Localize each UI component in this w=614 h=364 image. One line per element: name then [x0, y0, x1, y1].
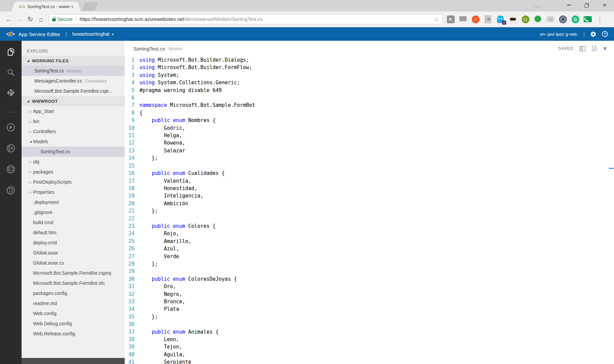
profile-name[interactable]: Javi: [534, 3, 542, 8]
back-button[interactable]: ←: [3, 14, 14, 25]
code-line[interactable]: 1using Microsoft.Bot.Builder.Dialogs;: [125, 56, 614, 64]
working-file-item[interactable]: SortingTest.csModels: [22, 66, 125, 76]
tree-folder-item[interactable]: ▷obj: [22, 157, 125, 167]
run-play-icon[interactable]: [6, 122, 16, 132]
restore-button[interactable]: [580, 0, 595, 10]
restart-icon[interactable]: [6, 185, 16, 195]
tree-file-item[interactable]: SortingTest.cs: [22, 147, 125, 157]
tree-file-item[interactable]: Web.config: [22, 308, 125, 318]
ext-chat-bubble-icon[interactable]: [459, 15, 467, 24]
reload-button[interactable]: ↻: [25, 14, 36, 25]
code-line[interactable]: 5#pragma warning disable 649: [125, 87, 614, 94]
ext-mask-icon[interactable]: [509, 15, 517, 24]
code-line[interactable]: 9 public enum Nombres {: [125, 117, 614, 124]
preview-search-icon[interactable]: [591, 46, 597, 52]
tree-file-item[interactable]: Global.asax.cs: [22, 258, 125, 268]
split-editor-icon[interactable]: [580, 46, 585, 51]
tree-folder-item[interactable]: ▷PostDeployScripts: [22, 177, 125, 187]
settings-gear-icon[interactable]: [590, 31, 596, 37]
code-line[interactable]: 15: [125, 162, 614, 170]
code-line[interactable]: 33 Bronce,: [125, 298, 614, 305]
code-line[interactable]: 40 Aguila,: [125, 351, 614, 358]
ext-green-brackets-icon[interactable]: ( ): [521, 15, 530, 24]
ext-green-balloon-icon[interactable]: [533, 15, 542, 24]
code-line[interactable]: 29: [125, 268, 614, 275]
code-line[interactable]: 17 Valentía,: [125, 177, 614, 185]
console-terminal-icon[interactable]: [6, 164, 16, 174]
search-icon[interactable]: [6, 67, 16, 78]
home-button[interactable]: ⌂: [36, 14, 47, 25]
minimize-button[interactable]: [561, 0, 577, 10]
bookmark-star-icon[interactable]: ☆: [434, 16, 439, 23]
code-line[interactable]: 24 Rojo,: [125, 230, 614, 237]
code-line[interactable]: 14 };: [125, 154, 614, 162]
sidebar-horizontal-scrollbar[interactable]: [22, 358, 125, 364]
code-line[interactable]: 28 };: [125, 260, 614, 268]
secure-lock-icon[interactable]: [52, 19, 56, 21]
code-line[interactable]: 25 Amarillo,: [125, 238, 614, 245]
code-line[interactable]: 32 Negro,: [125, 291, 614, 298]
forward-button[interactable]: →: [14, 14, 25, 25]
tree-file-item[interactable]: Microsoft.Bot.Sample.FormBot.sln: [22, 278, 125, 288]
code-line[interactable]: 10 Godric,: [125, 124, 614, 132]
code-line[interactable]: 36: [125, 321, 614, 328]
code-line[interactable]: 38 Leon,: [125, 336, 614, 343]
account-name[interactable]: xn--javi lpez g-veb.: [540, 32, 578, 37]
tree-folder-item[interactable]: ▷App_Start: [22, 106, 125, 116]
close-window-button[interactable]: ×: [597, 0, 612, 10]
wwwroot-header[interactable]: WWWROOT: [22, 96, 125, 106]
browser-menu-icon[interactable]: ⋮: [595, 16, 605, 23]
tree-file-item[interactable]: build.cmd: [22, 217, 125, 228]
help-icon[interactable]: ?: [602, 31, 608, 37]
tree-folder-item[interactable]: Models: [22, 136, 125, 147]
code-line[interactable]: 37 public enum Animales {: [125, 328, 614, 336]
tree-file-item[interactable]: Microsoft.Bot.Sample.FormBot.csproj: [22, 268, 125, 278]
code-line[interactable]: 11 Helga,: [125, 132, 614, 139]
code-line[interactable]: 19 Inteligencia,: [125, 192, 614, 200]
working-file-item[interactable]: Microsoft.Bot.Sample.FormBot.cspr...: [22, 86, 125, 96]
editor-close-icon[interactable]: ×: [604, 46, 607, 52]
code-line[interactable]: 13 Salazar: [125, 147, 614, 154]
code-line[interactable]: 7namespace Microsoft.Bot.Sample.FormBot: [125, 101, 614, 109]
scrollbar-position-marker[interactable]: [609, 168, 614, 169]
code-line[interactable]: 16 public enum Cualidades {: [125, 170, 614, 177]
chevron-down-icon[interactable]: ▾: [112, 32, 114, 36]
code-line[interactable]: 41 Serpiente: [125, 358, 614, 364]
code-line[interactable]: 12 Rowena,: [125, 139, 614, 147]
git-icon[interactable]: [6, 88, 16, 98]
ext-k-icon[interactable]: K: [446, 15, 455, 24]
tree-file-item[interactable]: .gitignore: [22, 207, 125, 217]
tree-file-item[interactable]: readme.md: [22, 298, 125, 308]
code-line[interactable]: 3using System;: [125, 71, 614, 79]
tree-folder-item[interactable]: ▷packages: [22, 167, 125, 177]
code-line[interactable]: 39 Tejon,: [125, 343, 614, 351]
tab-close-icon[interactable]: ×: [71, 4, 74, 9]
new-tab-button[interactable]: [82, 2, 98, 11]
logout-exit-icon[interactable]: [6, 143, 16, 153]
code-line[interactable]: 34 Plata: [125, 305, 614, 313]
code-line[interactable]: 8{: [125, 109, 614, 117]
tree-folder-item[interactable]: ▷bin: [22, 116, 125, 126]
code-line[interactable]: 26 Azul,: [125, 245, 614, 252]
ext-journal-camel-icon[interactable]: [484, 15, 492, 24]
code-line[interactable]: 18 Honestidad,: [125, 185, 614, 192]
tree-file-item[interactable]: Global.asax: [22, 248, 125, 258]
ext-orange-dots-icon[interactable]: ∴: [471, 15, 480, 24]
tree-file-item[interactable]: default.htm: [22, 228, 125, 238]
explorer-files-icon[interactable]: [6, 47, 16, 57]
code-line[interactable]: 23 public enum Colores {: [125, 222, 614, 230]
code-line[interactable]: 21 };: [125, 207, 614, 215]
code-line[interactable]: 20 Ambición: [125, 200, 614, 207]
working-file-item[interactable]: MessagesController.csControllers: [22, 76, 125, 86]
ext-grammarly-icon[interactable]: G: [571, 15, 580, 24]
code-line[interactable]: 35 };: [125, 313, 614, 321]
code-line[interactable]: 22: [125, 215, 614, 222]
tree-file-item[interactable]: Web.Release.config: [22, 329, 125, 339]
tree-file-item[interactable]: .deployment: [22, 197, 125, 207]
tree-file-item[interactable]: packages.config: [22, 288, 125, 298]
ext-ghostery-icon[interactable]: 0: [496, 15, 505, 24]
code-line[interactable]: 2using Microsoft.Bot.Builder.FormFlow;: [125, 64, 614, 71]
ext-cast-icon[interactable]: [583, 15, 592, 24]
code-line[interactable]: 31 Oro,: [125, 283, 614, 290]
tree-file-item[interactable]: deploy.cmd: [22, 238, 125, 248]
